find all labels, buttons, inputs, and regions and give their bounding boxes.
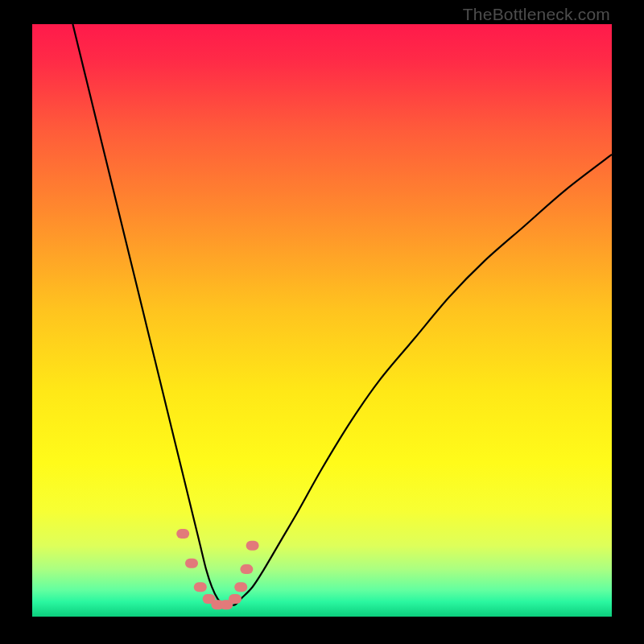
marker-pill — [185, 559, 198, 568]
marker-pill — [194, 582, 207, 592]
marker-pill — [240, 564, 253, 574]
marker-pill — [234, 582, 247, 592]
marker-pill — [246, 541, 259, 551]
marker-pill — [229, 594, 242, 604]
curve-layer — [32, 24, 612, 617]
plot-area — [32, 24, 612, 617]
bottleneck-curve — [72, 24, 612, 605]
chart-frame: TheBottleneck.com — [0, 0, 644, 644]
marker-pill — [176, 529, 189, 539]
watermark-text: TheBottleneck.com — [463, 5, 610, 24]
